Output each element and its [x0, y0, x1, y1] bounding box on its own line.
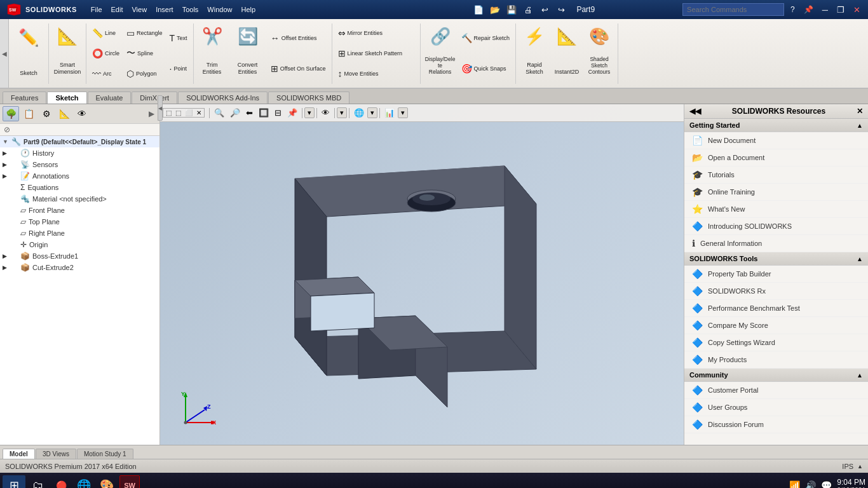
getting-started-header[interactable]: Getting Started ▲	[684, 119, 868, 132]
display-state-dropdown[interactable]: ▾	[398, 107, 408, 118]
text-button[interactable]: TText	[166, 30, 191, 46]
rectangle-button[interactable]: ▭Rectangle	[123, 25, 166, 41]
zoom-to-fit-btn[interactable]: 🔍	[212, 107, 227, 119]
property-tab-builder-item[interactable]: 🔷 Property Tab Builder	[684, 266, 868, 283]
resources-scroll[interactable]: Getting Started ▲ 📄 New Document 📂 Open …	[684, 119, 868, 445]
tree-item-history[interactable]: ▶ 🕐 History	[0, 147, 159, 159]
tab-mbd[interactable]: SOLIDWORKS MBD	[268, 92, 349, 104]
mirror-entities-button[interactable]: ⇔Mirror Entities	[335, 25, 417, 41]
menu-view[interactable]: View	[128, 4, 151, 15]
display-delete-relations-button[interactable]: 🔗 Display/DeleteRelations	[423, 24, 458, 78]
display-manager-btn[interactable]: 👁	[74, 106, 90, 121]
perf-benchmark-item[interactable]: 🔷 Performance Benchmark Test	[684, 300, 868, 317]
panel-expand-arrow[interactable]: ▶	[146, 109, 157, 118]
menu-tools[interactable]: Tools	[179, 4, 203, 15]
minimize-btn[interactable]: ─	[820, 5, 831, 15]
taskbar-antivirus[interactable]: 🔴	[51, 475, 71, 488]
tree-item-origin[interactable]: ✛ Origin	[0, 239, 159, 250]
taskbar-solidworks[interactable]: SW	[119, 475, 140, 488]
tree-item-front-plane[interactable]: ▱ Front Plane	[0, 205, 159, 216]
open-document-item[interactable]: 📂 Open a Document	[684, 149, 868, 166]
tree-item-sensors[interactable]: ▶ 📡 Sensors	[0, 159, 159, 170]
compare-score-item[interactable]: 🔷 Compare My Score	[684, 317, 868, 334]
quick-access-save[interactable]: 💾	[505, 3, 518, 16]
scene-dropdown-btn[interactable]: ▾	[367, 107, 377, 118]
tutorials-item[interactable]: 🎓 Tutorials	[684, 166, 868, 184]
community-header[interactable]: Community ▲	[684, 369, 868, 382]
menu-help[interactable]: Help	[237, 4, 259, 15]
line-button[interactable]: 📏Line	[89, 25, 123, 41]
3d-viewport[interactable]	[160, 122, 684, 445]
configuration-manager-btn[interactable]: ⚙	[38, 106, 55, 121]
3d-view-btn[interactable]: 🔲	[256, 107, 271, 119]
hide-show-btn[interactable]: 👁	[319, 107, 332, 119]
help-icon[interactable]: ?	[788, 5, 797, 14]
menu-file[interactable]: File	[87, 4, 106, 15]
quick-snaps-button[interactable]: 🎯Quick Snaps	[458, 60, 513, 77]
move-entities-button[interactable]: ↕Move Entities	[335, 65, 417, 82]
notification-icon[interactable]: 💬	[821, 480, 832, 488]
menu-window[interactable]: Window	[203, 4, 236, 15]
quick-access-redo[interactable]: ↪	[555, 3, 567, 16]
tab-motion-study[interactable]: Motion Study 1	[77, 449, 133, 459]
my-products-item[interactable]: 🔷 My Products	[684, 351, 868, 369]
quick-access-print[interactable]: 🖨	[522, 3, 534, 16]
zoom-in-btn[interactable]: 🔎	[227, 107, 243, 119]
resources-panel-close[interactable]: ✕	[857, 107, 863, 116]
tree-item-annotations[interactable]: ▶ 📝 Annotations	[0, 170, 159, 182]
tab-evaluate[interactable]: Evaluate	[88, 92, 132, 104]
feature-tree-btn[interactable]: 🌳	[3, 106, 19, 121]
property-manager-btn[interactable]: 📋	[20, 106, 37, 121]
quick-access-open[interactable]: 📂	[489, 3, 501, 16]
linear-sketch-pattern-button[interactable]: ⊞Linear Sketch Pattern	[335, 45, 417, 62]
instant2d-button[interactable]: 📐 Instant2D	[551, 24, 583, 78]
user-groups-item[interactable]: 🔷 User Groups	[684, 399, 868, 416]
restore-btn[interactable]: ❐	[834, 5, 847, 15]
shaded-contours-button[interactable]: 🎨 ShadedSketchContours	[583, 24, 615, 78]
intro-solidworks-item[interactable]: 🔷 Introducing SOLIDWORKS	[684, 218, 868, 235]
tree-item-equations[interactable]: Σ Equations	[0, 182, 159, 193]
tree-item-right-plane[interactable]: ▱ Right Plane	[0, 227, 159, 239]
tab-model[interactable]: Model	[3, 449, 35, 459]
quick-access-new[interactable]: 📄	[472, 3, 485, 16]
display-style-btn[interactable]: ▾	[337, 107, 347, 118]
start-button[interactable]: ⊞	[3, 475, 25, 488]
taskbar-file-explorer[interactable]: 🗂	[28, 475, 48, 488]
tab-3d-views[interactable]: 3D Views	[36, 449, 76, 459]
ribbon-collapse-left[interactable]: ◀	[0, 19, 9, 88]
tree-item-boss-extrude1[interactable]: ▶ 📦 Boss-Extrude1	[0, 250, 159, 262]
view-orient-btn[interactable]: ▾	[304, 107, 315, 118]
units-arrow-icon[interactable]: ▲	[857, 463, 863, 470]
smart-dimension-button[interactable]: 📐 SmartDimension	[51, 24, 83, 78]
taskbar-browser[interactable]: 🌐	[74, 475, 94, 488]
trim-entities-button[interactable]: ✂️ TrimEntities	[196, 24, 228, 78]
tree-item-material[interactable]: 🔩 Material <not specified>	[0, 193, 159, 205]
customer-portal-item[interactable]: 🔷 Customer Portal	[684, 382, 868, 399]
close-btn[interactable]: ✕	[851, 5, 863, 15]
sw-tools-header[interactable]: SOLIDWORKS Tools ▲	[684, 252, 868, 266]
quick-access-undo[interactable]: ↩	[538, 3, 551, 16]
pin-icon[interactable]: 📌	[801, 5, 816, 14]
tab-sketch[interactable]: Sketch	[47, 92, 86, 104]
viewport[interactable]: ⬚ ⬚ ⬜ ✕ 🔍 🔎 ⬅ 🔲 ⊟ 📌 ▾ 👁 ▾ 🌐 ▾ 📊	[160, 104, 684, 445]
dynamic-annotation-btn[interactable]: 📌	[285, 107, 300, 119]
discussion-forum-item[interactable]: 🔷 Discussion Forum	[684, 416, 868, 433]
online-training-item[interactable]: 🎓 Online Training	[684, 184, 868, 201]
general-info-item[interactable]: ℹ General Information	[684, 235, 868, 252]
display-state-btn[interactable]: 📊	[382, 107, 397, 119]
whats-new-item[interactable]: ⭐ What's New	[684, 201, 868, 218]
panel-collapse-handle[interactable]: ◀	[158, 104, 160, 121]
vp-split-v[interactable]: ⬚	[174, 109, 182, 117]
tab-features[interactable]: Features	[3, 92, 46, 104]
offset-entities-button[interactable]: ↔Offset Entities	[268, 30, 329, 46]
copy-settings-item[interactable]: 🔷 Copy Settings Wizard	[684, 334, 868, 351]
tree-item-top-plane[interactable]: ▱ Top Plane	[0, 216, 159, 227]
rapid-sketch-button[interactable]: ⚡ RapidSketch	[519, 24, 550, 78]
circle-button[interactable]: ⭕Circle	[89, 45, 123, 62]
taskbar-paint[interactable]: 🎨	[97, 475, 117, 488]
tree-root[interactable]: ▼ 🔧 Part9 (Default<<Default>_Display Sta…	[0, 136, 159, 147]
repair-sketch-button[interactable]: 🔨Repair Sketch	[458, 30, 513, 46]
system-clock[interactable]: 9:04 PM 3/16/2021	[837, 478, 865, 489]
arc-button[interactable]: 〰Arc	[89, 65, 123, 82]
sketch-button[interactable]: ✏️ Sketch	[13, 25, 44, 79]
